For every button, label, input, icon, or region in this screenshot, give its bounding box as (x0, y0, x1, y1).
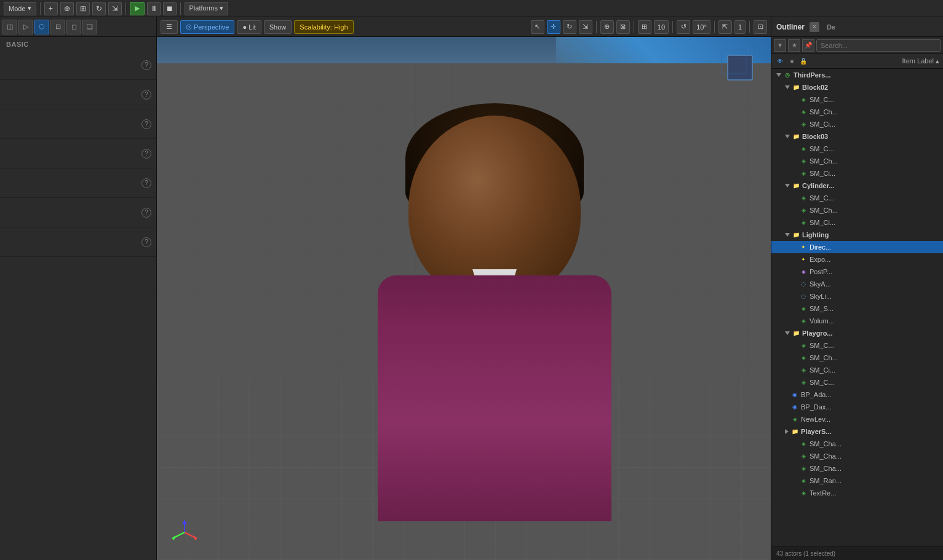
tree-item[interactable]: ◈SM_Ci... (771, 118, 943, 130)
tree-item-label: PostP... (810, 268, 832, 275)
panel-icon-6[interactable]: ❑ (82, 20, 97, 34)
visibility-eye-icon[interactable]: 👁 (775, 57, 785, 66)
tree-item[interactable]: 📁Lighting (771, 229, 943, 241)
tree-item[interactable]: ◈SM_C... (771, 143, 943, 155)
tree-item[interactable]: ◎ThirdPers... (771, 69, 943, 81)
panel-icon-2[interactable]: ▷ (18, 20, 33, 34)
tree-item[interactable]: 📁Cylinder... (771, 179, 943, 192)
grid-button[interactable]: ⊞ (76, 2, 90, 15)
translate-tool-button[interactable]: ✛ (547, 20, 560, 34)
hamburger-menu-button[interactable]: ☰ (161, 20, 178, 34)
tree-item[interactable]: ◈SM_Cha... (771, 462, 943, 475)
viewport-gizmo[interactable] (715, 43, 765, 92)
rotation-snap-button[interactable]: ↺ (677, 20, 690, 34)
tree-item[interactable]: ◈Volum... (771, 315, 943, 327)
tree-item[interactable]: ◈SM_Ran... (771, 475, 943, 487)
tree-item-label: ThirdPers... (794, 71, 831, 79)
grid-size-button[interactable]: 10 (654, 20, 669, 34)
world-grid-button[interactable]: ⊕ (600, 20, 614, 34)
details-tab[interactable]: De (827, 23, 835, 31)
tree-item[interactable]: 📁Block02 (771, 81, 943, 93)
viewport-toolbar: ☰ ◎ Perspective ● Lit Show Scalability: … (157, 17, 771, 37)
tree-item[interactable]: ◈SM_Ci... (771, 167, 943, 179)
outliner-tree[interactable]: ◎ThirdPers...📁Block02◈SM_C...◈SM_Ch...◈S… (771, 69, 943, 546)
add-actor-button[interactable]: + (44, 2, 58, 15)
surface-snap-button[interactable]: ⊠ (616, 20, 630, 34)
panel-row-help-7[interactable]: ? (141, 237, 151, 247)
visibility-lock-icon[interactable]: 🔒 (798, 57, 808, 66)
tree-item[interactable]: ◈SM_Ch... (771, 352, 943, 364)
panel-icon-3[interactable]: ⬡ (34, 20, 49, 34)
panel-icon-5[interactable]: ◻ (66, 20, 81, 34)
snap-button[interactable]: ⊕ (60, 2, 74, 15)
panel-row-help-2[interactable]: ? (141, 90, 151, 100)
panel-row: ? (0, 109, 156, 139)
viewport-canvas[interactable] (157, 37, 771, 560)
panel-row-help-4[interactable]: ? (141, 149, 151, 159)
outliner-search-input[interactable] (816, 39, 941, 52)
tree-item[interactable]: ◈SM_C... (771, 376, 943, 388)
tree-item-label: SM_C... (810, 96, 834, 103)
rotation-size-button[interactable]: 10° (693, 20, 710, 34)
panel-row-help-1[interactable]: ? (141, 60, 151, 70)
mode-button[interactable]: Mode ▾ (4, 2, 36, 15)
pin-filter-icon[interactable]: 📌 (802, 39, 814, 52)
tree-item[interactable]: ◈PostP... (771, 266, 943, 278)
tree-item[interactable]: ◈SM_C... (771, 339, 943, 352)
play-button[interactable]: ▶ (130, 2, 145, 15)
rotate-snap-button[interactable]: ↻ (92, 2, 106, 15)
tree-item[interactable]: ◈SM_Cha... (771, 438, 943, 450)
tree-item[interactable]: ✦Direc... (771, 241, 943, 253)
scale-snap-button[interactable]: ⇲ (108, 2, 122, 15)
scale-snap-button[interactable]: ⇱ (718, 20, 732, 34)
perspective-label: Perspective (194, 23, 229, 31)
tree-item[interactable]: ◈SM_Ch... (771, 155, 943, 167)
perspective-button[interactable]: ◎ Perspective (180, 20, 234, 34)
show-button[interactable]: Show (264, 20, 292, 34)
tree-item[interactable]: ◉BP_Dax... (771, 401, 943, 413)
mode-label: Mode (9, 5, 26, 12)
scale-size-button[interactable]: 1 (734, 20, 746, 34)
tree-item[interactable]: ◈NewLev... (771, 413, 943, 425)
tree-item[interactable]: ✦Expo... (771, 253, 943, 266)
tree-item[interactable]: ◉BP_Ada... (771, 388, 943, 401)
maximize-viewport-button[interactable]: ⊡ (754, 20, 767, 34)
panel-row-help-6[interactable]: ? (141, 208, 151, 218)
tree-item[interactable]: 📁Playgro... (771, 327, 943, 339)
tree-item-label: Expo... (810, 256, 830, 263)
panel-icon-1[interactable]: ◫ (2, 20, 17, 34)
panel-icon-4[interactable]: ⊡ (50, 20, 65, 34)
tree-item[interactable]: 📁Block03 (771, 130, 943, 143)
tree-item[interactable]: ◈SM_C... (771, 93, 943, 106)
play-icon: ▶ (135, 4, 140, 12)
select-tool-button[interactable]: ↖ (531, 20, 544, 34)
grid-view-button[interactable]: ⊞ (638, 20, 651, 34)
rotate-tool-button[interactable]: ↻ (563, 20, 576, 34)
panel-row-help-3[interactable]: ? (141, 119, 151, 129)
tree-item[interactable]: 📁PlayerS... (771, 425, 943, 438)
star-filter-icon[interactable]: ★ (788, 39, 800, 52)
lit-button[interactable]: ● Lit (237, 20, 261, 34)
tree-item[interactable]: ◈TextRe... (771, 487, 943, 499)
tree-item[interactable]: ◈SM_S... (771, 302, 943, 315)
tree-item[interactable]: ◈SM_Cha... (771, 450, 943, 462)
scale-tool-button[interactable]: ⇲ (579, 20, 592, 34)
panel-row-help-5[interactable]: ? (141, 178, 151, 188)
visibility-star-icon[interactable]: ★ (787, 57, 797, 66)
filter-icon[interactable]: ▼ (774, 39, 786, 52)
tree-item[interactable]: ◈SM_Ci... (771, 216, 943, 229)
outliner-header-row: 👁 ★ 🔒 Item Label ▴ (771, 54, 943, 69)
tree-item[interactable]: ◌SkyA... (771, 278, 943, 290)
pause-button[interactable]: ⏸ (147, 2, 161, 15)
tree-item[interactable]: ◈SM_Ch... (771, 204, 943, 216)
tree-item[interactable]: ◈SM_Ch... (771, 106, 943, 118)
tree-item[interactable]: ◈SM_Ci... (771, 364, 943, 376)
tree-item[interactable]: ◈SM_C... (771, 192, 943, 204)
scalability-button[interactable]: Scalability: High (294, 20, 353, 34)
outliner-close-button[interactable]: × (810, 22, 819, 32)
platforms-button[interactable]: Platforms ▾ (185, 2, 229, 15)
outliner-column-label[interactable]: Item Label ▴ (902, 57, 939, 65)
tree-item[interactable]: ◌SkyLi... (771, 290, 943, 302)
chevron-down-icon: ▾ (28, 4, 31, 12)
stop-button[interactable]: ⏹ (163, 2, 177, 15)
